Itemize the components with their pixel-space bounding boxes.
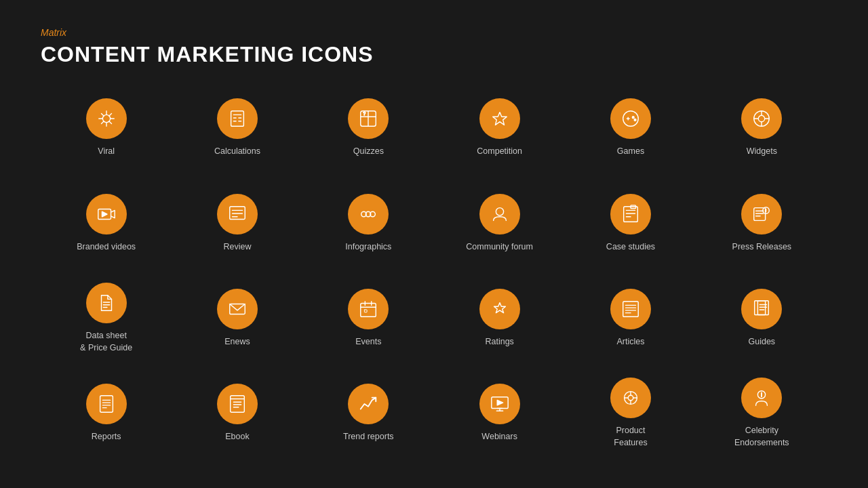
svg-line-8 <box>101 121 104 124</box>
reports-label: Reports <box>92 431 121 443</box>
icon-item-viral: Viral <box>41 81 172 176</box>
svg-marker-84 <box>497 401 502 406</box>
icon-item-review: Review <box>172 176 302 270</box>
icon-item-community-forum: Community forum <box>434 176 565 270</box>
icon-item-trend-reports: Trend reports <box>303 366 434 461</box>
svg-text:?: ? <box>363 112 366 117</box>
ebook-label: Ebook <box>225 431 249 443</box>
svg-rect-66 <box>758 301 769 315</box>
icon-item-calculations: Calculations <box>172 81 302 176</box>
review-label: Review <box>223 241 251 253</box>
data-sheet-icon <box>86 283 127 323</box>
icon-item-ratings: Ratings <box>434 271 565 366</box>
svg-rect-65 <box>755 301 766 315</box>
page: Matrix CONTENT MARKETING ICONS ViralCalc… <box>0 0 868 488</box>
svg-point-39 <box>496 207 503 215</box>
events-icon <box>348 289 389 329</box>
case-studies-label: Case studies <box>606 241 655 253</box>
widgets-icon <box>741 98 782 139</box>
competition-icon <box>479 98 520 139</box>
svg-point-25 <box>759 116 765 122</box>
review-icon <box>217 194 258 235</box>
celebrity-endorsements-icon <box>741 378 782 418</box>
icon-item-quizzes: ?Quizzes <box>303 81 434 176</box>
celebrity-endorsements-label: Celebrity Endorsements <box>734 425 789 449</box>
guides-icon <box>741 289 782 329</box>
icon-item-events: Events <box>303 271 434 366</box>
press-releases-icon <box>741 194 782 235</box>
svg-rect-9 <box>231 111 244 127</box>
games-icon <box>610 98 651 139</box>
icon-item-articles: Articles <box>565 271 696 366</box>
data-sheet-label: Data sheet & Price Guide <box>80 330 132 354</box>
icon-item-games: Games <box>565 81 696 176</box>
enews-icon <box>217 289 258 329</box>
branded-videos-icon <box>86 194 127 235</box>
guides-label: Guides <box>749 336 776 348</box>
viral-icon <box>86 98 127 139</box>
ratings-icon <box>479 289 520 329</box>
svg-point-86 <box>628 396 633 401</box>
quizzes-icon: ? <box>348 98 389 139</box>
icon-item-celebrity-endorsements: Celebrity Endorsements <box>696 366 827 461</box>
webinars-label: Webinars <box>481 431 517 443</box>
svg-point-19 <box>623 111 639 127</box>
svg-point-23 <box>634 119 636 121</box>
page-title: CONTENT MARKETING ICONS <box>41 42 827 67</box>
infographics-label: Infographics <box>345 241 391 253</box>
icon-item-enews: Enews <box>172 271 302 366</box>
icon-item-product-features: Product Features <box>565 366 696 461</box>
icon-item-reports: Reports <box>41 366 172 461</box>
brand-label: Matrix <box>41 27 827 38</box>
branded-videos-label: Branded videos <box>77 241 136 253</box>
icon-item-ebook: Ebook <box>172 366 302 461</box>
icon-item-data-sheet: Data sheet & Price Guide <box>41 271 172 366</box>
svg-line-6 <box>108 121 111 124</box>
icon-item-case-studies: Case studies <box>565 176 696 270</box>
ebook-icon <box>217 384 258 424</box>
events-label: Events <box>355 336 381 348</box>
calculations-label: Calculations <box>214 146 260 158</box>
svg-line-7 <box>108 114 111 117</box>
svg-rect-59 <box>365 310 368 312</box>
svg-point-22 <box>632 117 634 119</box>
community-forum-icon <box>479 194 520 235</box>
enews-label: Enews <box>224 336 250 348</box>
viral-label: Viral <box>98 146 115 158</box>
icon-item-webinars: Webinars <box>434 366 565 461</box>
trend-reports-icon <box>348 384 389 424</box>
icon-item-widgets: Widgets <box>696 81 827 176</box>
widgets-label: Widgets <box>747 146 777 158</box>
case-studies-icon <box>610 194 651 235</box>
ratings-label: Ratings <box>485 336 513 348</box>
icon-item-branded-videos: Branded videos <box>41 176 172 270</box>
icon-item-guides: Guides <box>696 271 827 366</box>
icon-item-press-releases: Press Releases <box>696 176 827 270</box>
svg-line-5 <box>101 114 104 117</box>
svg-rect-32 <box>230 206 245 219</box>
press-releases-label: Press Releases <box>732 241 792 253</box>
icon-item-infographics: Infographics <box>303 176 434 270</box>
svg-rect-45 <box>754 207 766 220</box>
svg-rect-60 <box>623 302 639 317</box>
product-features-label: Product Features <box>614 425 647 449</box>
trend-reports-label: Trend reports <box>343 431 394 443</box>
community-forum-label: Community forum <box>466 241 533 253</box>
svg-rect-55 <box>361 303 376 317</box>
svg-rect-70 <box>100 396 113 412</box>
quizzes-label: Quizzes <box>353 146 384 158</box>
infographics-icon <box>348 194 389 235</box>
svg-marker-31 <box>102 211 107 217</box>
articles-label: Articles <box>617 336 645 348</box>
svg-rect-75 <box>231 396 245 412</box>
icon-item-competition: Competition <box>434 81 565 176</box>
articles-icon <box>610 289 651 329</box>
icons-grid: ViralCalculations?QuizzesCompetitionGame… <box>41 81 827 461</box>
competition-label: Competition <box>477 146 522 158</box>
games-label: Games <box>617 146 644 158</box>
product-features-icon <box>610 378 651 418</box>
calculations-icon <box>217 98 258 139</box>
reports-icon <box>86 384 127 424</box>
webinars-icon <box>479 384 520 424</box>
